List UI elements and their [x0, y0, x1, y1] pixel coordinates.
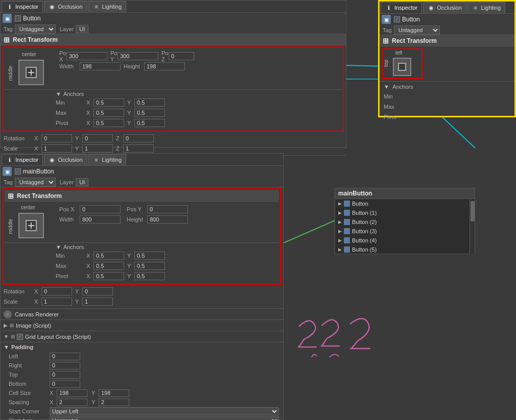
- padding-bottom-row: Bottom: [1, 379, 283, 388]
- bottom-left-tab-bar: ℹ Inspector ◉ Occlusion ≡ Lighting: [1, 154, 283, 166]
- grid-layout-checkbox[interactable]: [17, 334, 23, 340]
- posx-input-topleft[interactable]: [66, 52, 107, 60]
- scale-z-topleft[interactable]: [123, 144, 154, 153]
- tag-dropdown-bottomleft[interactable]: Untagged: [15, 178, 56, 187]
- anchors-section-bottomleft: ▼ Anchors Min X Y Max X Y Pivot X: [5, 243, 279, 283]
- start-axis-dropdown[interactable]: Horizontal: [50, 416, 279, 420]
- tab-inspector-topleft[interactable]: ℹ Inspector: [2, 1, 43, 12]
- spacing-x-input[interactable]: [57, 399, 87, 406]
- tab-inspector-bottomleft[interactable]: ℹ Inspector: [2, 154, 43, 165]
- top-right-inspector-panel: ℹ Inspector ◉ Occlusion ≡ Lighting ▣ But…: [378, 0, 516, 117]
- anchor-middle-label: middle: [8, 66, 13, 81]
- layer-value-topleft: UI: [76, 25, 88, 33]
- start-corner-row: Start Corner Upper Left: [1, 407, 283, 416]
- object-icon-bottomleft: ▣: [3, 167, 12, 176]
- anchors-section-topright: ▼ Anchors Min Max Pivot: [380, 82, 514, 125]
- fields-topleft: Pos X Pos Y Pos Z Width Height: [55, 51, 340, 87]
- anchor-max-x-bottomleft[interactable]: [93, 262, 124, 270]
- cell-size-x-input[interactable]: [57, 389, 87, 397]
- hierarchy-item-button3[interactable]: ▶ Button (3): [335, 227, 475, 236]
- padding-right-input[interactable]: [50, 362, 80, 369]
- handwriting-annotation: [284, 311, 386, 403]
- anchor-max-y-topleft[interactable]: [134, 109, 165, 117]
- occlusion-icon: ◉: [49, 3, 56, 10]
- tab-lighting-topleft[interactable]: ≡ Lighting: [88, 1, 127, 12]
- occlusion-icon-bl: ◉: [49, 156, 56, 163]
- tab-occlusion-bottomleft[interactable]: ◉ Occlusion: [44, 154, 87, 165]
- rot-x-bottomleft[interactable]: [41, 287, 72, 295]
- occlusion-icon-tr: ◉: [428, 4, 435, 11]
- tab-lighting-topright[interactable]: ≡ Lighting: [467, 2, 506, 13]
- grid-layout-section: ▼ Padding Left Right Top Bottom Cell Siz…: [1, 342, 283, 420]
- anchor-max-y-bottomleft[interactable]: [134, 262, 165, 270]
- anchor-min-x-bottomleft[interactable]: [93, 252, 124, 260]
- tag-dropdown-topright[interactable]: Untagged: [394, 26, 440, 35]
- active-checkbox-topleft[interactable]: [15, 15, 21, 21]
- rect-transform-header-topright: ⊞ Rect Transform: [380, 35, 514, 46]
- image-script-row: ▶ ⊞ Image (Script): [1, 319, 283, 331]
- scale-y-topleft[interactable]: [82, 144, 113, 153]
- hierarchy-item-button4[interactable]: ▶ Button (4): [335, 236, 475, 245]
- height-input-topleft[interactable]: [144, 62, 185, 70]
- width-input-topleft[interactable]: [80, 62, 121, 70]
- fields-bottomleft: Pos X Pos Y Width Height: [55, 204, 277, 240]
- padding-left-input[interactable]: [50, 353, 80, 360]
- posz-input-topleft[interactable]: [169, 52, 194, 60]
- top-left-tab-bar: ℹ Inspector ◉ Occlusion ≡ Lighting: [1, 1, 346, 13]
- rotation-scale-bottomleft: Rotation X Y Scale X Y: [1, 286, 283, 308]
- anchor-min-x-topleft[interactable]: [93, 98, 124, 107]
- hierarchy-item-button1[interactable]: ▶ Button (1): [335, 208, 475, 217]
- transform-area-bottomleft: center middle Pos X Pos Y: [5, 202, 279, 243]
- lighting-icon: ≡: [93, 3, 100, 10]
- anchors-section-topleft: ▼ Anchors Min X Y Max X Y Pivot X: [5, 90, 342, 130]
- anchor-min-y-bottomleft[interactable]: [134, 252, 165, 260]
- active-checkbox-topright[interactable]: [394, 16, 400, 22]
- hierarchy-item-button[interactable]: ▶ Button: [335, 199, 475, 208]
- tag-dropdown-topleft[interactable]: Untagged: [15, 24, 56, 34]
- hierarchy-item-button5[interactable]: ▶ Button (5): [335, 245, 475, 254]
- height-input-bottomleft[interactable]: [147, 215, 188, 224]
- canvas-renderer-bottomleft: ○ Canvas Renderer: [1, 308, 283, 319]
- pivot-x-bottomleft[interactable]: [93, 272, 124, 280]
- rot-z-topleft[interactable]: [123, 134, 154, 142]
- pivot-y-topleft[interactable]: [134, 119, 165, 127]
- cell-size-y-input[interactable]: [99, 389, 129, 397]
- pivot-y-bottomleft[interactable]: [134, 272, 165, 280]
- posx-input-bottomleft[interactable]: [80, 205, 121, 213]
- top-right-obj-header: ▣ Button: [380, 14, 514, 25]
- posy-input-topleft[interactable]: [118, 52, 158, 60]
- scale-x-topleft[interactable]: [41, 144, 72, 153]
- tab-inspector-topright[interactable]: ℹ Inspector: [381, 2, 422, 13]
- active-checkbox-bottomleft[interactable]: [15, 168, 21, 175]
- hierarchy-scrollbar-thumb[interactable]: [471, 201, 475, 221]
- hierarchy-list: ▶ Button ▶ Button (1) ▶ Button (2) ▶ But…: [335, 199, 475, 254]
- rot-y-topleft[interactable]: [82, 134, 113, 142]
- bottom-left-inspector-panel: ℹ Inspector ◉ Occlusion ≡ Lighting ▣ mai…: [0, 153, 284, 420]
- start-corner-dropdown[interactable]: Upper Left: [50, 407, 279, 415]
- posy-input-bottomleft[interactable]: [147, 205, 188, 213]
- anchor-max-x-topleft[interactable]: [93, 109, 124, 117]
- tab-lighting-bottomleft[interactable]: ≡ Lighting: [88, 154, 127, 165]
- hierarchy-button3-icon: [344, 228, 350, 234]
- width-input-bottomleft[interactable]: [80, 215, 121, 224]
- anchor-min-y-topleft[interactable]: [134, 98, 165, 107]
- spacing-y-input[interactable]: [99, 399, 129, 406]
- tag-row-topleft: Tag Untagged Layer UI: [1, 24, 346, 34]
- object-icon-topright: ▣: [382, 15, 391, 24]
- scale-y-bottomleft[interactable]: [82, 298, 113, 306]
- rot-y-bottomleft[interactable]: [82, 287, 113, 295]
- lighting-icon-tr: ≡: [472, 4, 479, 11]
- pivot-x-topleft[interactable]: [93, 119, 124, 127]
- tab-occlusion-topleft[interactable]: ◉ Occlusion: [44, 1, 87, 12]
- hierarchy-item-button2[interactable]: ▶ Button (2): [335, 217, 475, 227]
- padding-bottom-input[interactable]: [50, 380, 80, 388]
- lighting-icon-bl: ≡: [93, 156, 100, 163]
- hierarchy-button5-icon: [344, 246, 350, 253]
- scale-x-bottomleft[interactable]: [41, 298, 72, 306]
- anchor-center-label: center: [22, 52, 36, 57]
- hierarchy-scrollbar[interactable]: [470, 199, 475, 254]
- padding-top-input[interactable]: [50, 371, 80, 379]
- tab-occlusion-topright[interactable]: ◉ Occlusion: [423, 2, 466, 13]
- rotation-scale-topleft: Rotation X Y Z Scale X Y Z: [1, 133, 346, 155]
- rot-x-topleft[interactable]: [41, 134, 72, 142]
